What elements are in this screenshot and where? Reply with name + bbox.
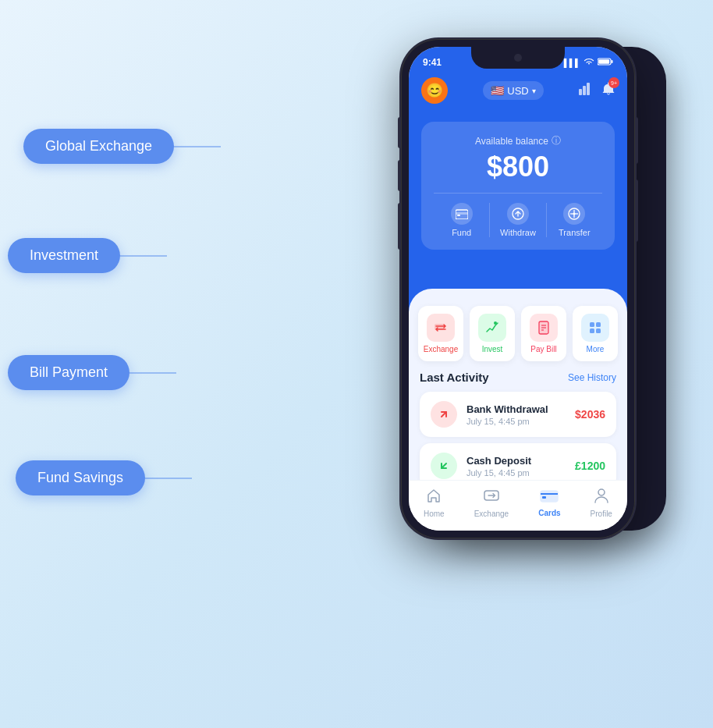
label-bill-payment: Bill Payment — [8, 355, 129, 390]
header-icons: 9+ — [579, 82, 615, 99]
nav-profile-label: Profile — [591, 510, 612, 518]
volume-down-button — [398, 203, 401, 250]
withdrawal-date: July 15, 4:45 pm — [466, 417, 566, 426]
invest-btn-label: Invest — [482, 345, 503, 353]
label-global-exchange: Global Exchange — [23, 129, 174, 164]
phone-frame-outer: 9:41 ▌▌▌ — [401, 39, 651, 554]
exchange-icon — [427, 314, 455, 342]
invest-action-btn[interactable]: Invest — [470, 306, 515, 361]
chevron-down-icon: ▾ — [532, 87, 536, 95]
notch — [471, 47, 565, 69]
phone-device: 9:41 ▌▌▌ — [385, 23, 666, 702]
see-history-link[interactable]: See History — [568, 372, 616, 383]
nav-home[interactable]: Home — [424, 488, 445, 518]
svg-rect-4 — [583, 86, 586, 95]
notification-badge: 9+ — [608, 77, 619, 88]
svg-rect-7 — [456, 212, 468, 215]
balance-card: Available balance ⓘ $800 — [421, 122, 615, 250]
app-header: 😊 🇺🇸 USD ▾ — [409, 72, 627, 109]
svg-point-13 — [573, 213, 576, 215]
deposit-amount: £1200 — [575, 460, 605, 472]
label-investment: Investment — [8, 238, 120, 273]
svg-point-15 — [494, 321, 497, 325]
more-btn-label: More — [587, 345, 605, 353]
status-icons: ▌▌▌ — [564, 58, 613, 67]
nav-home-label: Home — [424, 510, 445, 518]
paybill-btn-label: Pay Bill — [530, 345, 556, 353]
paybill-action-btn[interactable]: Pay Bill — [521, 306, 566, 361]
balance-actions: Fund Withdraw — [434, 193, 602, 237]
nav-profile[interactable]: Profile — [591, 488, 612, 518]
currency-text: USD — [507, 85, 528, 97]
svg-rect-24 — [596, 328, 601, 333]
nav-exchange[interactable]: Exchange — [474, 488, 509, 518]
profile-nav-icon — [594, 488, 608, 507]
currency-selector[interactable]: 🇺🇸 USD ▾ — [483, 81, 543, 100]
more-action-btn[interactable]: More — [573, 306, 618, 361]
battery-icon — [598, 58, 613, 67]
activity-header: Last Activity See History — [420, 371, 616, 384]
svg-rect-5 — [587, 83, 590, 95]
nav-exchange-label: Exchange — [474, 510, 509, 518]
svg-rect-8 — [457, 215, 460, 216]
svg-rect-21 — [590, 322, 594, 327]
withdraw-icon — [507, 203, 529, 225]
signal-icon: ▌▌▌ — [564, 59, 580, 67]
fund-label: Fund — [452, 228, 471, 237]
paybill-icon — [530, 314, 558, 342]
mute-button — [398, 117, 401, 148]
status-time: 9:41 — [423, 57, 442, 68]
transfer-label: Transfer — [559, 228, 591, 237]
currency-flag: 🇺🇸 — [491, 84, 504, 97]
activity-item-1[interactable]: Bank Withdrawal July 15, 4:45 pm $2036 — [420, 392, 616, 437]
balance-amount: $800 — [434, 151, 602, 183]
phone-screen: 9:41 ▌▌▌ — [409, 47, 627, 531]
home-nav-icon — [426, 488, 442, 507]
withdraw-action[interactable]: Withdraw — [490, 203, 546, 237]
balance-section: Available balance ⓘ $800 — [409, 109, 627, 250]
exchange-action-btn[interactable]: Exchange — [418, 306, 463, 361]
deposit-name: Cash Deposit — [466, 455, 566, 467]
transfer-action[interactable]: Transfer — [547, 203, 602, 237]
transfer-icon — [563, 203, 585, 225]
nav-cards-label: Cards — [538, 509, 560, 517]
svg-point-29 — [598, 489, 605, 495]
nav-cards[interactable]: Cards — [538, 488, 560, 517]
power-button — [635, 117, 638, 164]
withdrawal-amount: $2036 — [575, 408, 605, 421]
deposit-date: July 15, 4:45 pm — [466, 468, 566, 478]
quick-actions: Exchange Invest — [409, 306, 627, 361]
more-icon — [581, 314, 609, 342]
deposit-arrow-icon — [431, 453, 457, 479]
invest-icon — [478, 314, 506, 342]
fund-icon — [451, 203, 473, 225]
svg-rect-3 — [579, 89, 582, 95]
deposit-info: Cash Deposit July 15, 4:45 pm — [466, 455, 566, 478]
balance-label: Available balance ⓘ — [434, 134, 602, 147]
camera — [514, 54, 522, 62]
bottom-nav: Home Exchange — [409, 480, 627, 531]
user-avatar[interactable]: 😊 — [421, 77, 448, 104]
svg-rect-1 — [612, 60, 613, 63]
svg-rect-22 — [596, 322, 601, 327]
svg-rect-28 — [542, 496, 546, 499]
svg-rect-2 — [598, 59, 609, 64]
label-fund-savings: Fund Savings — [16, 460, 145, 495]
phone-bezel: 9:41 ▌▌▌ — [401, 39, 635, 538]
chart-icon[interactable] — [579, 83, 593, 98]
notification-icon[interactable]: 9+ — [602, 82, 615, 99]
withdraw-label: Withdraw — [500, 228, 536, 237]
withdrawal-info: Bank Withdrawal July 15, 4:45 pm — [466, 403, 566, 426]
exchange-btn-label: Exchange — [424, 345, 458, 353]
withdrawal-name: Bank Withdrawal — [466, 403, 566, 415]
withdrawal-arrow-icon — [431, 401, 457, 428]
svg-rect-23 — [590, 328, 594, 333]
exchange-nav-icon — [483, 488, 500, 507]
cards-nav-icon — [540, 488, 559, 506]
wifi-icon — [584, 58, 594, 67]
fund-action[interactable]: Fund — [434, 203, 490, 237]
volume-button-right — [635, 179, 638, 242]
activity-title: Last Activity — [420, 371, 489, 384]
volume-up-button — [398, 160, 401, 191]
